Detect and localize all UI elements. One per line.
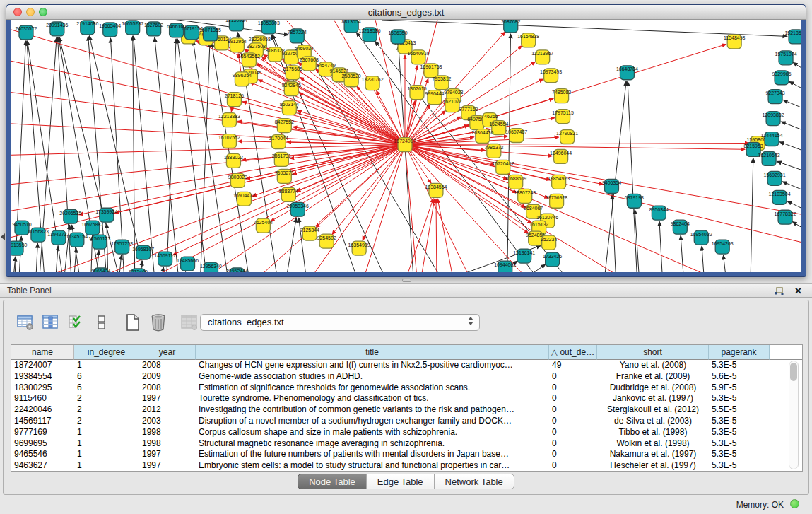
graph-node-label: 8950344 xyxy=(649,207,669,212)
graph-edge[interactable] xyxy=(110,38,124,272)
zoom-traffic-light-icon[interactable] xyxy=(39,8,47,16)
table-row[interactable]: 977716911998Corpus callosum shape and si… xyxy=(11,427,802,438)
graph-edge[interactable] xyxy=(421,199,435,272)
graph-edge[interactable] xyxy=(119,255,122,272)
graph-edge[interactable] xyxy=(133,36,135,272)
graph-edge[interactable] xyxy=(789,81,801,90)
graph-node-label: 10954022 xyxy=(690,232,712,237)
minimize-traffic-light-icon[interactable] xyxy=(26,8,35,16)
tab-edge-table[interactable]: Edge Table xyxy=(366,474,435,489)
graph-edge[interactable] xyxy=(612,194,616,272)
graph-edge[interactable] xyxy=(405,145,801,244)
table-row[interactable]: 1456911722003Disruption of a novel membe… xyxy=(11,416,802,427)
table-column-icon[interactable] xyxy=(40,313,61,332)
network-window-titlebar[interactable]: citations_edges.txt xyxy=(6,5,806,20)
graph-edge[interactable] xyxy=(659,221,662,272)
graph-edge[interactable] xyxy=(781,122,801,132)
graph-node-label: 12790821 xyxy=(556,131,578,136)
tab-network-table[interactable]: Network Table xyxy=(434,474,514,489)
table-row[interactable]: 2242004622012Investigating the contribut… xyxy=(11,404,802,416)
graph-edge[interactable] xyxy=(299,218,306,272)
graph-edge[interactable] xyxy=(405,145,529,234)
graph-edge[interactable] xyxy=(681,235,683,272)
graph-node-label: 9329966 xyxy=(772,71,791,76)
close-traffic-light-icon[interactable] xyxy=(13,8,22,16)
graph-edge[interactable] xyxy=(242,102,405,145)
graph-node-label: 16648784 xyxy=(616,66,638,71)
table-settings-icon[interactable] xyxy=(15,313,36,332)
graph-node-label: 16107552 xyxy=(218,135,240,140)
table-row[interactable]: 946554611997Estimation of the future num… xyxy=(11,449,802,460)
graph-edge[interactable] xyxy=(437,199,453,272)
graph-node-label: 1362615 xyxy=(407,86,426,91)
graph-node-label: 24035572 xyxy=(15,26,37,31)
graph-node-label: 12485666 xyxy=(177,258,199,263)
graph-edge[interactable] xyxy=(782,182,801,191)
table-header-row: name in_degree year title △ out_de… shor… xyxy=(11,345,802,360)
graph-edge[interactable] xyxy=(237,33,277,272)
new-file-icon[interactable] xyxy=(122,313,143,332)
graph-edge[interactable] xyxy=(783,100,801,109)
row-cells-icon[interactable] xyxy=(91,313,112,332)
table-row[interactable]: 1872400712008Changes of HCN gene express… xyxy=(11,360,802,371)
scrollbar-thumb[interactable] xyxy=(790,363,797,381)
graph-edge[interactable] xyxy=(382,20,787,36)
table-cell: 2 xyxy=(74,416,139,427)
graph-node-label: 2588520 xyxy=(342,74,361,78)
graph-edge[interactable] xyxy=(604,81,626,272)
graph-edge[interactable] xyxy=(134,36,155,272)
graph-edge[interactable] xyxy=(792,222,801,230)
float-panel-icon[interactable] xyxy=(774,286,784,299)
panel-collapse-arrow-icon[interactable] xyxy=(1,233,5,240)
graph-edge[interactable] xyxy=(74,248,76,272)
graph-edge[interactable] xyxy=(702,246,704,272)
graph-edge[interactable] xyxy=(293,145,405,175)
graph-edge[interactable] xyxy=(628,81,637,272)
column-header-out-degree[interactable]: △ out_de… xyxy=(549,345,597,360)
network-canvas[interactable]: 7515526746382286601248912954232260583827… xyxy=(11,20,801,272)
close-panel-icon[interactable]: ✕ xyxy=(794,286,802,296)
table-source-dropdown[interactable]: citations_edges.txt xyxy=(200,314,480,331)
table-cell: Dudbridge et al. (2008) xyxy=(597,382,709,394)
graph-edge[interactable] xyxy=(162,267,164,272)
graph-edge[interactable] xyxy=(405,144,749,145)
graph-edge[interactable] xyxy=(724,255,726,272)
delete-table-icon[interactable] xyxy=(148,313,169,332)
table-cell: 0 xyxy=(549,449,597,460)
column-header-title[interactable]: title xyxy=(196,345,549,360)
table-row[interactable]: 969969511998Structural magnetic resonanc… xyxy=(11,438,802,450)
graph-edge[interactable] xyxy=(526,264,546,272)
graph-edge[interactable] xyxy=(300,77,405,144)
graph-edge[interactable] xyxy=(777,161,801,171)
graph-node-label: 9808020 xyxy=(228,175,247,180)
graph-node-label: 3827503 xyxy=(247,44,266,49)
table-rows: 1872400712008Changes of HCN gene express… xyxy=(11,360,802,472)
table-row[interactable]: 1938455462009Genome-wide association stu… xyxy=(11,371,802,382)
table-row[interactable]: 1830029562008Estimation of significance … xyxy=(11,382,802,394)
select-columns-icon[interactable] xyxy=(66,313,87,332)
panel-divider-handle[interactable] xyxy=(402,279,411,282)
graph-node-label: 12444154 xyxy=(761,133,783,138)
graph-edge[interactable] xyxy=(15,41,25,272)
column-header-pagerank[interactable]: pagerank xyxy=(709,345,770,360)
table-vertical-scrollbar[interactable] xyxy=(789,361,799,469)
column-header-in-degree[interactable]: in_degree xyxy=(74,345,139,360)
graph-edge[interactable] xyxy=(793,62,801,70)
table-row[interactable]: 946362711997Embryonic stem cells: a mode… xyxy=(11,460,802,472)
table-cell: 2009 xyxy=(139,371,196,382)
graph-edge[interactable] xyxy=(36,243,37,272)
column-header-short[interactable]: short xyxy=(597,345,709,360)
graph-edge[interactable] xyxy=(751,158,753,272)
graph-edge[interactable] xyxy=(779,142,801,152)
column-header-name[interactable]: name xyxy=(11,345,74,360)
graph-edge[interactable] xyxy=(56,246,58,272)
tab-node-table[interactable]: Node Table xyxy=(298,474,367,489)
graph-edge[interactable] xyxy=(787,201,801,210)
graph-edge[interactable] xyxy=(507,34,511,272)
network-svg[interactable]: 7515526746382286601248912954232260583827… xyxy=(11,20,801,272)
graph-edge[interactable] xyxy=(201,42,210,272)
graph-node-label: 8813054 xyxy=(342,20,361,24)
table-row[interactable]: 911546021997Tourette syndrome. Phenomeno… xyxy=(11,393,802,404)
graph-node-label: 1527602 xyxy=(144,23,163,28)
column-header-year[interactable]: year xyxy=(139,345,196,360)
